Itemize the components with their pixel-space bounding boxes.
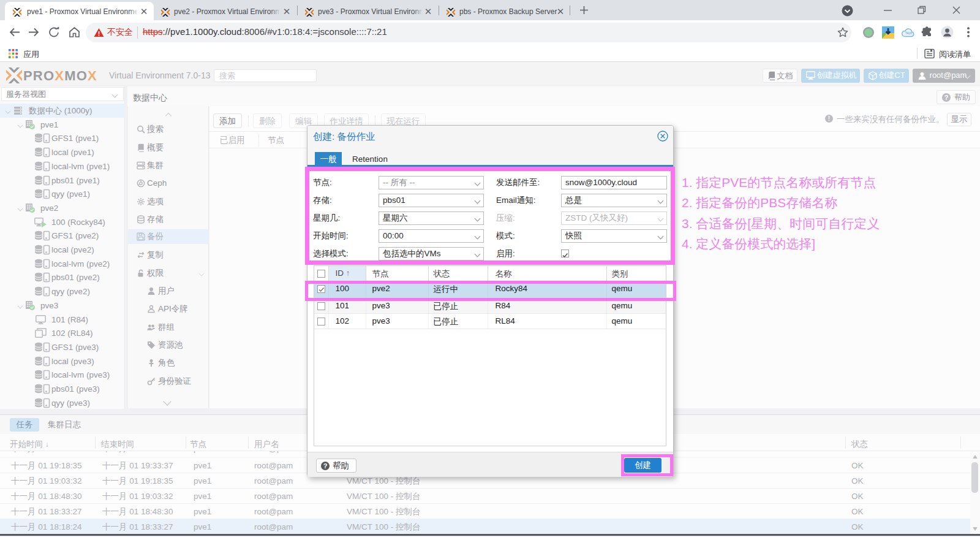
svg-text:TALK: TALK <box>905 32 912 35</box>
